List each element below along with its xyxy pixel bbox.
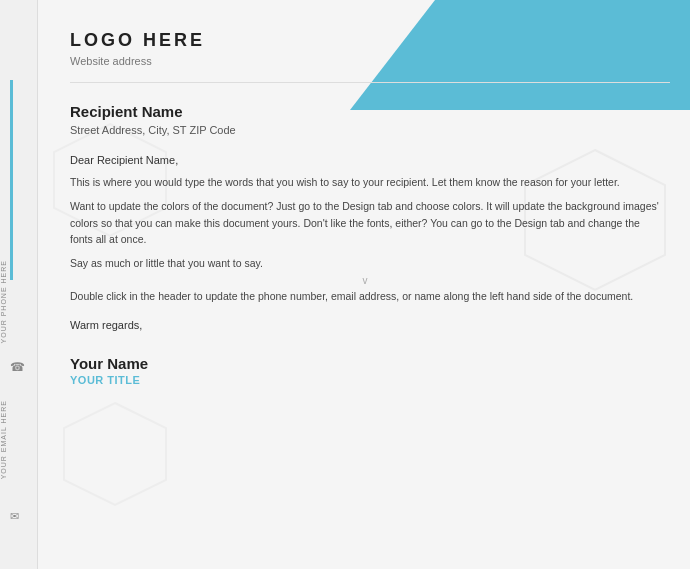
closing: Warm regards, <box>70 319 660 331</box>
sender-name: Your Name <box>70 355 660 372</box>
chevron-down-icon: v <box>70 275 660 286</box>
recipient-name: Recipient Name <box>70 103 660 120</box>
page: YOUR PHONE HERE ☎ YOUR EMAIL HERE ✉ LOGO… <box>0 0 690 569</box>
recipient-address: Street Address, City, ST ZIP Code <box>70 124 660 136</box>
paragraph-3: Say as much or little that you want to s… <box>70 255 660 271</box>
paragraph-4: Double click in the header to update the… <box>70 288 660 304</box>
accent-line <box>10 80 13 280</box>
letter-body: Recipient Name Street Address, City, ST … <box>40 88 690 396</box>
divider <box>70 82 670 83</box>
main-content: LOGO HERE Website address Recipient Name… <box>40 0 690 569</box>
phone-sidebar-label: YOUR PHONE HERE <box>0 260 22 343</box>
paragraph-2: Want to update the colors of the documen… <box>70 198 660 247</box>
header: LOGO HERE Website address <box>40 0 690 77</box>
website-address: Website address <box>70 55 670 67</box>
phone-icon: ☎ <box>10 360 26 376</box>
left-sidebar: YOUR PHONE HERE ☎ YOUR EMAIL HERE ✉ <box>0 0 38 569</box>
paragraph-1: This is where you would type the words t… <box>70 174 660 190</box>
salutation: Dear Recipient Name, <box>70 154 660 166</box>
email-icon: ✉ <box>10 510 26 526</box>
logo: LOGO HERE <box>70 30 670 51</box>
sender-title: YOUR TITLE <box>70 374 660 386</box>
email-sidebar-label: YOUR EMAIL HERE <box>0 400 22 479</box>
